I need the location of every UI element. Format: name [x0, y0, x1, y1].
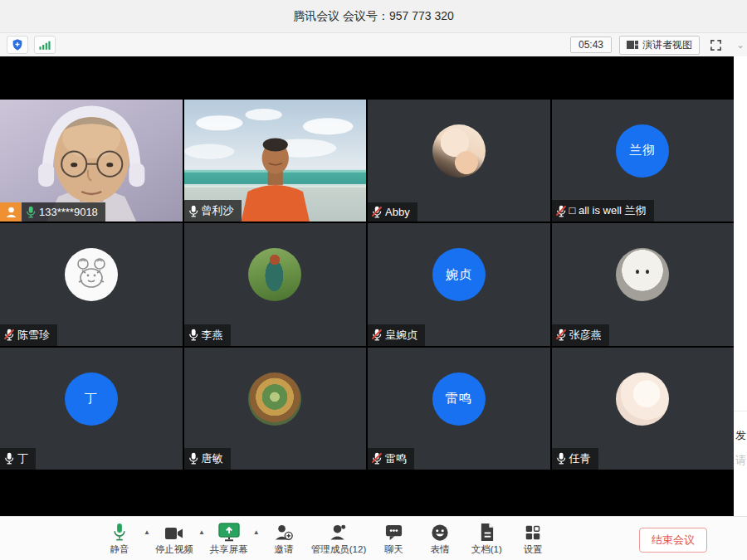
participant-tile-10[interactable]: 唐敏 [184, 348, 367, 470]
participant-label: 张彦燕 [552, 324, 609, 346]
mute-button[interactable]: 静音 [100, 522, 139, 556]
mic-on-icon [4, 452, 14, 465]
participant-name: 李燕 [202, 328, 223, 343]
network-signal-icon[interactable] [34, 36, 56, 54]
video-options-caret[interactable]: ▲ [198, 528, 205, 536]
avatar-photo [432, 124, 486, 178]
invite-person-icon [274, 522, 293, 542]
avatar-initials: 雷鸣 [432, 373, 486, 426]
avatar-crab-drawing [65, 248, 118, 301]
avatar-initials: 兰彻 [616, 124, 669, 178]
avatar-plush-sheep [616, 248, 669, 301]
participant-label: □ all is well 兰彻 [552, 200, 654, 222]
share-options-caret[interactable]: ▲ [253, 528, 260, 536]
stop-video-button[interactable]: 停止视频 [155, 522, 193, 556]
chevron-down-icon[interactable]: ⌄ [734, 33, 747, 56]
collapsed-side-panel[interactable]: ⌄ 发 请 [734, 33, 747, 516]
avatar-initials: 丁 [65, 373, 118, 426]
camera-icon [164, 522, 184, 542]
participant-tile-7[interactable]: 婉贞 皇婉贞 [368, 223, 550, 345]
participant-tile-1[interactable]: 133****9018 [0, 100, 183, 222]
manage-members-button[interactable]: 管理成员(12) [311, 522, 366, 556]
share-screen-button[interactable]: 共享屏幕 [210, 522, 248, 556]
emoji-smile-icon [431, 522, 449, 542]
participant-name: 曾利沙 [202, 203, 234, 218]
mic-muted-icon [4, 329, 14, 341]
end-meeting-button[interactable]: 结束会议 [639, 528, 707, 553]
bottom-toolbar: 静音 ▲ 停止视频 ▲ 共享屏幕 [0, 516, 747, 560]
mic-on-icon [26, 206, 36, 218]
participant-name: 皇婉贞 [385, 328, 417, 343]
participant-name: 丁 [17, 451, 28, 466]
avatar-photo [248, 248, 301, 301]
participant-tile-4[interactable]: 兰彻 □ all is well 兰彻 [552, 100, 735, 222]
participant-name: □ all is well 兰彻 [569, 203, 647, 218]
participant-name: 张彦燕 [569, 328, 602, 343]
speaker-view-button[interactable]: 演讲者视图 [619, 36, 700, 55]
chat-bubble-icon [384, 522, 403, 542]
participant-label: 曾利沙 [184, 200, 242, 222]
mic-on-icon [188, 205, 198, 217]
mic-on-icon [188, 329, 198, 341]
participant-tile-9[interactable]: 丁 丁 [0, 348, 183, 470]
chat-button[interactable]: 聊天 [374, 522, 413, 556]
participant-label: 李燕 [184, 324, 231, 346]
participant-label: 133****9018 [0, 202, 105, 222]
participant-grid: 133****9018 [0, 100, 734, 470]
mic-muted-icon [372, 206, 382, 218]
mic-muted-icon [372, 452, 382, 465]
microphone-icon [111, 522, 128, 542]
settings-grid-icon [524, 522, 542, 542]
panel-partial-text: 发 [735, 428, 746, 443]
participant-tile-12[interactable]: 任青 [552, 348, 735, 470]
mic-on-icon [188, 452, 198, 465]
participant-label: 丁 [0, 448, 36, 470]
mic-muted-icon [556, 205, 566, 217]
documents-button[interactable]: 文档(1) [467, 522, 505, 556]
layout-view-icon [627, 40, 638, 50]
participant-name: 任青 [569, 451, 591, 466]
participant-label: 任青 [552, 448, 598, 470]
top-toolbar: 05:43 演讲者视图 [0, 33, 734, 56]
invite-button[interactable]: 邀请 [265, 522, 303, 556]
participant-tile-6[interactable]: 李燕 [184, 223, 367, 345]
participant-name: 陈雪珍 [17, 328, 50, 343]
participant-tile-8[interactable]: 张彦燕 [552, 223, 735, 345]
title-bar: 腾讯会议 会议号：957 773 320 [0, 0, 747, 33]
fullscreen-button[interactable] [707, 37, 724, 53]
avatar-photo [248, 373, 301, 426]
avatar-photo [616, 373, 669, 426]
members-icon [329, 522, 348, 542]
security-shield-icon[interactable] [7, 36, 28, 54]
mic-muted-icon [556, 329, 566, 341]
participant-tile-11[interactable]: 雷鸣 雷鸣 [368, 348, 550, 470]
participant-name: 唐敏 [202, 451, 223, 466]
video-stage: 133****9018 [0, 56, 734, 516]
participant-name: 雷鸣 [385, 451, 407, 466]
participant-name: 133****9018 [39, 206, 98, 218]
participant-label: 唐敏 [184, 448, 231, 470]
participant-label: 陈雪珍 [0, 324, 57, 346]
participant-label: Abby [368, 202, 417, 222]
participant-tile-3[interactable]: Abby [368, 100, 550, 222]
panel-partial-placeholder: 请 [735, 453, 746, 468]
participant-tile-5[interactable]: 陈雪珍 [0, 223, 183, 345]
mic-muted-icon [372, 329, 382, 341]
mic-on-icon [556, 452, 566, 465]
participant-label: 皇婉贞 [368, 324, 425, 346]
document-icon [479, 522, 495, 542]
participant-name: Abby [385, 206, 410, 218]
emoji-button[interactable]: 表情 [421, 522, 459, 556]
settings-button[interactable]: 设置 [514, 522, 552, 556]
meeting-window: 腾讯会议 会议号：957 773 320 [0, 0, 747, 560]
avatar-initials: 婉贞 [432, 248, 486, 301]
meeting-timer: 05:43 [570, 37, 612, 53]
participant-tile-2[interactable]: 曾利沙 [184, 100, 367, 222]
share-screen-icon [218, 522, 240, 542]
participant-label: 雷鸣 [368, 448, 414, 470]
meeting-title: 腾讯会议 会议号：957 773 320 [293, 9, 454, 24]
presenter-badge-icon [0, 202, 22, 222]
mic-options-caret[interactable]: ▲ [144, 528, 150, 536]
